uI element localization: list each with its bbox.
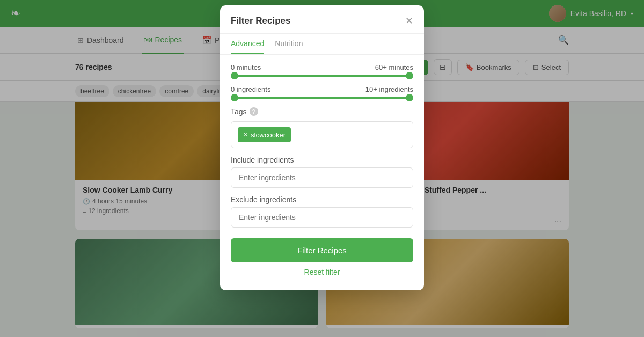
ingredients-slider-thumb-right[interactable]: [406, 94, 413, 101]
time-slider-row: 0 minutes 60+ minutes: [231, 63, 413, 77]
ingredients-slider-row: 0 ingredients 10+ ingredients: [231, 85, 413, 99]
modal-close-button[interactable]: ✕: [405, 15, 413, 27]
tag-remove-icon[interactable]: ✕: [243, 131, 248, 138]
tab-advanced[interactable]: Advanced: [231, 34, 264, 54]
time-slider-labels: 0 minutes 60+ minutes: [231, 63, 413, 71]
tag-label: slowcooker: [251, 131, 286, 139]
tags-section-label: Tags ?: [231, 107, 413, 116]
ingredients-slider-labels: 0 ingredients 10+ ingredients: [231, 85, 413, 93]
include-ingredients-section: Include ingredients: [231, 156, 413, 188]
filter-modal: Filter Recipes ✕ Advanced Nutrition 0 mi…: [220, 5, 424, 290]
exclude-ingredients-section: Exclude ingredients: [231, 195, 413, 228]
ingredients-slider-fill: [231, 97, 413, 99]
time-slider-thumb-right[interactable]: [406, 72, 413, 79]
ingredients-min-label: 0 ingredients: [231, 85, 270, 93]
filter-recipes-button[interactable]: Filter Recipes: [231, 238, 413, 262]
time-slider-track[interactable]: [231, 75, 413, 77]
time-slider-fill: [231, 75, 413, 77]
tags-help-icon[interactable]: ?: [250, 107, 258, 116]
tags-section: Tags ? ✕ slowcooker: [231, 107, 413, 148]
ingredients-max-label: 10+ ingredients: [365, 85, 413, 93]
include-ingredients-label: Include ingredients: [231, 156, 413, 164]
include-ingredients-input[interactable]: [231, 167, 413, 188]
time-max-label: 60+ minutes: [375, 63, 413, 71]
active-tags-container[interactable]: ✕ slowcooker: [231, 121, 413, 148]
ingredients-slider-track[interactable]: [231, 97, 413, 99]
modal-body: 0 minutes 60+ minutes 0 ingredients 10+ …: [220, 55, 424, 290]
modal-overlay: Filter Recipes ✕ Advanced Nutrition 0 mi…: [0, 0, 644, 337]
time-min-label: 0 minutes: [231, 63, 261, 71]
time-slider-thumb-left[interactable]: [231, 72, 238, 79]
reset-filter-button[interactable]: Reset filter: [231, 262, 413, 282]
exclude-ingredients-input[interactable]: [231, 207, 413, 228]
modal-title: Filter Recipes: [231, 16, 291, 26]
modal-tabs: Advanced Nutrition: [220, 34, 424, 55]
ingredients-slider-thumb-left[interactable]: [231, 94, 238, 101]
exclude-ingredients-label: Exclude ingredients: [231, 195, 413, 204]
tab-nutrition[interactable]: Nutrition: [275, 34, 303, 54]
active-tag-slowcooker[interactable]: ✕ slowcooker: [238, 127, 291, 142]
modal-header: Filter Recipes ✕: [220, 5, 424, 34]
